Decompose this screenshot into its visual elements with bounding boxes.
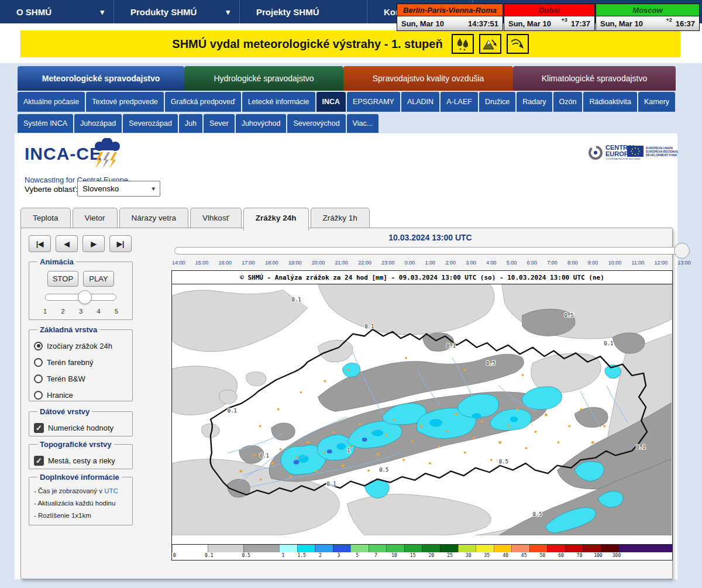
precipitation-map[interactable]: © SHMÚ - Analýza zrážok za 24 hod [mm] -… [171, 270, 673, 561]
subtab-juhovychod[interactable]: Juhovýchod [236, 114, 287, 133]
tab-hydrologicke-spravodajstvo[interactable]: Hydrologické spravodajstvo [184, 66, 343, 91]
precipitation-map-graphic: 0.1 0.1 0.1 0.1 0.1 0.1 0.1 0.1 0.5 0.5 … [172, 284, 672, 535]
subtab-radary[interactable]: Radary [517, 92, 552, 112]
radio-teren-farebny[interactable]: Terén farebný [34, 354, 128, 370]
checkbox-mesta-cesty-rieky[interactable]: ✓ Mestá, cesty a rieky [34, 452, 128, 469]
subtab-inca[interactable]: INCA [316, 92, 346, 112]
info-line-update: - Aktualizácia každú hodinu [34, 497, 128, 510]
subtab-severovychod[interactable]: Severovýchod [287, 114, 345, 133]
chevron-down-icon: ▾ [226, 8, 230, 16]
inca-subtabs-row2: Systém INCA Juhozápad Severozápad Juh Se… [18, 114, 378, 133]
radio-hranice[interactable]: Hranice [34, 387, 128, 403]
nav-item-label: O SHMÚ [16, 7, 51, 17]
tab-zrazky-1h[interactable]: Zrážky 1h [311, 208, 370, 228]
animation-fieldset: Animácia STOP PLAY 1 2 3 4 5 [29, 257, 133, 320]
checkbox-icon[interactable]: ✓ [34, 423, 44, 433]
subtab-letecke-informacie[interactable]: Letecké informácie [242, 92, 315, 112]
avalanche-warning-icon[interactable] [479, 34, 501, 54]
clock-utc-offset: +3 [561, 17, 567, 23]
precipitation-color-scale [172, 544, 672, 552]
subtab-ozon[interactable]: Ozón [553, 92, 583, 112]
svg-text:0.1: 0.1 [636, 444, 645, 450]
clock-utc-offset: +2 [666, 17, 672, 23]
central-europe-swirl-icon [588, 145, 603, 160]
tab-teplota[interactable]: Teplota [20, 208, 71, 228]
chevron-down-icon: ▾ [152, 185, 155, 192]
svg-text:0.1: 0.1 [364, 324, 374, 329]
eu-flag-logo: EUROPEAN UNION EUROPEAN REGIONAL DEVELOP… [627, 146, 679, 157]
svg-text:0.1: 0.1 [260, 453, 269, 459]
radio-button-icon[interactable] [34, 391, 43, 400]
clock-time: 16:37 [676, 19, 695, 28]
checkbox-numericke-hodnoty[interactable]: ✓ Numerické hodnoty [34, 419, 128, 436]
chevron-down-icon: ▾ [100, 8, 104, 16]
category-tabs: Meteorologické spravodajstvo Hydrologick… [18, 66, 676, 91]
previous-frame-button[interactable]: ◀ [56, 235, 78, 252]
speed-scale-labels: 1 2 3 4 5 [43, 308, 118, 315]
subtab-druzice[interactable]: Družice [479, 92, 515, 112]
svg-text:0.5: 0.5 [564, 312, 573, 318]
timeline-slider-thumb[interactable] [674, 243, 690, 259]
tab-klimatologicke-spravodajstvo[interactable]: Klimatologické spravodajstvo [513, 66, 676, 91]
tab-zrazky-24h[interactable]: Zrážky 24h [243, 208, 309, 231]
subtab-viac[interactable]: Viac... [347, 114, 379, 133]
map-title: © SHMÚ - Analýza zrážok za 24 hod [mm] -… [172, 271, 672, 284]
last-frame-button[interactable]: ▶| [109, 235, 132, 252]
checkbox-icon[interactable]: ✓ [34, 456, 44, 466]
animation-speed-slider[interactable] [45, 294, 116, 301]
subtab-juhozapad[interactable]: Juhozápad [74, 114, 122, 133]
timeline-slider[interactable] [174, 247, 689, 255]
data-layers-fieldset: Dátové vrstvy ✓ Numerické hodnoty [29, 407, 133, 436]
region-select-label: Vyberte oblasť: [25, 185, 78, 194]
radio-teren-bw[interactable]: Terén B&W [34, 370, 128, 387]
clock-city-label: Berlin-Paris-Vienna-Roma [397, 4, 503, 16]
subtab-textove-predpovede[interactable]: Textové predpovede [86, 92, 164, 112]
region-select[interactable]: Slovensko ▾ [77, 181, 160, 197]
subtab-juh[interactable]: Juh [179, 114, 202, 133]
tab-spravodajstvo-kvality-ovzdusia[interactable]: Spravodajstvo kvality ovzdušia [343, 66, 513, 91]
stop-button[interactable]: STOP [47, 271, 78, 287]
nav-item-produkty-shmu[interactable]: Produkty SHMÚ ▾ [114, 0, 240, 23]
svg-text:0.5: 0.5 [533, 511, 542, 517]
tab-vietor[interactable]: Vietor [73, 208, 118, 228]
next-frame-button[interactable]: ▶ [82, 235, 105, 252]
subtab-aktualne-pocasie[interactable]: Aktuálne počasie [18, 92, 85, 112]
subtab-severozapad[interactable]: Severozápad [123, 114, 178, 133]
nav-item-projekty-shmu[interactable]: Projekty SHMÚ [240, 0, 367, 23]
timeline-current-time: 10.03.2024 13:00 UTC [171, 233, 689, 242]
radio-izociary-zrazok-24h[interactable]: Izočiary zrážok 24h [34, 338, 128, 354]
nav-item-o-shmu[interactable]: O SHMÚ ▾ [0, 0, 114, 23]
world-clocks-widget: Berlin-Paris-Vienna-Roma Sun, Mar 10 14:… [397, 4, 700, 31]
subtab-radioaktivita[interactable]: Rádioaktivita [583, 92, 637, 112]
base-layer-legend: Základná vrstva [37, 325, 99, 334]
tab-narazy-vetra[interactable]: Nárazy vetra [119, 208, 189, 228]
utc-link[interactable]: UTC [104, 487, 118, 494]
svg-text:1: 1 [347, 448, 350, 453]
speed-slider-thumb[interactable] [78, 290, 92, 304]
radio-button-icon[interactable] [34, 342, 43, 350]
play-button[interactable]: PLAY [83, 271, 114, 287]
color-scale-labels: 0 0.1 0.5 1 1.5 2 3 5 7 10 15 20 25 30 3… [172, 552, 672, 560]
subtab-a-laef[interactable]: A-LAEF [441, 92, 478, 112]
subtab-sever[interactable]: Sever [204, 114, 235, 133]
first-frame-button[interactable]: |◀ [29, 235, 51, 252]
svg-text:0.5: 0.5 [379, 467, 388, 473]
wind-warning-icon[interactable] [507, 34, 529, 54]
svg-text:0.5: 0.5 [499, 459, 508, 465]
subtab-epsgramy[interactable]: EPSGRAMY [347, 92, 400, 112]
subtab-kamery[interactable]: Kamery [638, 92, 675, 112]
tab-meteorologicke-spravodajstvo[interactable]: Meteorologické spravodajstvo [18, 66, 184, 91]
additional-info-fieldset: Doplnkové informácie - Čas je zobrazovan… [29, 473, 133, 525]
rain-warning-icon[interactable] [452, 34, 474, 54]
nav-item-label: Produkty SHMÚ [130, 7, 197, 17]
weather-warning-banner[interactable]: SHMÚ vydal meteorologické výstrahy - 1. … [20, 30, 680, 57]
radio-button-icon[interactable] [34, 358, 43, 367]
subtab-aladin[interactable]: ALADIN [401, 92, 439, 112]
clock-moscow: Moscow Sun, Mar 10 +216:37 [596, 4, 700, 31]
radio-button-icon[interactable] [34, 374, 43, 383]
clock-city-label: Dubai [504, 4, 594, 16]
tab-vlhkost[interactable]: Vlhkosť [190, 208, 242, 228]
svg-text:0.1: 0.1 [604, 341, 613, 346]
subtab-graficka-predpoved[interactable]: Grafická predpoveď [165, 92, 241, 112]
subtab-system-inca[interactable]: Systém INCA [18, 114, 73, 133]
